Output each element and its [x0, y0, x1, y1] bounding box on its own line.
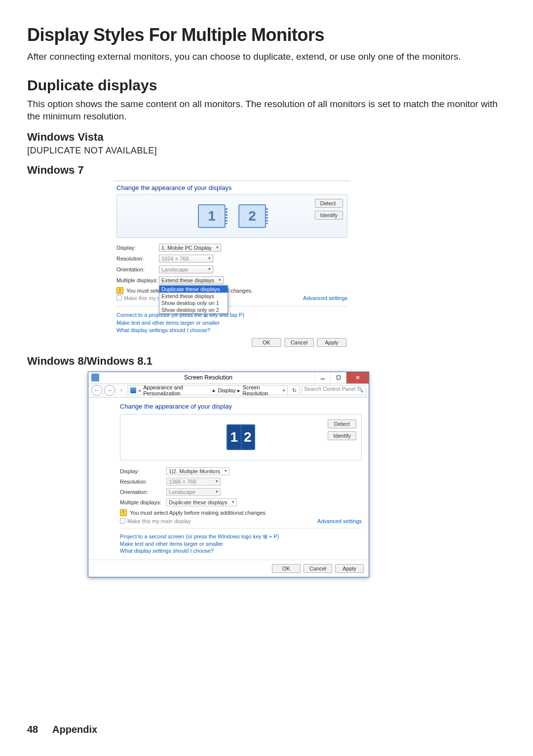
win7-monitor-1[interactable]: 1 [198, 204, 226, 228]
multiple-displays-select[interactable]: Extend these displays [159, 276, 224, 284]
make-main-checkbox[interactable] [116, 295, 122, 301]
search-input[interactable]: Search Control Panel [302, 385, 366, 395]
win7-monitor-2[interactable]: 2 [238, 204, 266, 228]
orientation-select[interactable]: Landscape [159, 265, 213, 273]
help-link[interactable]: What display settings should I choose? [116, 327, 347, 333]
identify-button[interactable]: Identify [315, 211, 343, 220]
apply-button[interactable]: Apply [335, 564, 364, 573]
close-button[interactable] [346, 372, 369, 383]
apply-warning-text: You must select Apply before making addi… [130, 510, 267, 516]
heading-win7: Windows 7 [27, 164, 506, 177]
warning-icon: ! [120, 509, 127, 516]
vista-note: [DUPLICATE NOT AVAILABLE] [27, 146, 506, 156]
win7-panel-title: Change the appearance of your displays [116, 184, 347, 191]
refresh-button[interactable]: ↻ [290, 385, 300, 395]
breadcrumb[interactable]: « Appearance and Personalization ▸ Displ… [128, 385, 288, 395]
display-label: Display: [116, 245, 159, 251]
maximize-button[interactable] [330, 372, 346, 383]
detect-button[interactable]: Detect [328, 419, 356, 428]
page-number: 48 [27, 724, 38, 735]
back-button[interactable]: ← [91, 385, 102, 396]
projector-link[interactable]: Connect to a projector (or press the ⊞ k… [116, 312, 347, 318]
identify-button[interactable]: Identify [328, 431, 356, 440]
advanced-settings-link[interactable]: Advanced settings [317, 518, 362, 524]
orientation-label: Orientation: [116, 266, 159, 272]
heading-vista: Windows Vista [27, 131, 506, 144]
display-icon [130, 387, 136, 393]
intro-text: After connecting external monitors, you … [27, 50, 506, 63]
page-footer: 48 Appendix [27, 724, 97, 735]
display-select[interactable]: 1|2. Multiple Monitors [166, 467, 229, 475]
section-duplicate: Duplicate displays [27, 77, 506, 94]
resolution-select[interactable]: 1024 × 768 [159, 255, 213, 263]
multiple-displays-select[interactable]: Duplicate these displays [166, 498, 237, 506]
multiple-displays-label: Multiple displays: [120, 499, 166, 505]
cancel-button[interactable]: Cancel [304, 564, 332, 573]
resolution-label: Resolution: [116, 256, 159, 262]
orientation-select[interactable]: Landscape [166, 488, 221, 496]
win7-screenshot: Change the appearance of your displays 1… [114, 181, 350, 347]
win7-monitor-preview: 1 2 Detect Identify [116, 194, 347, 238]
orientation-label: Orientation: [120, 489, 166, 495]
duplicate-desc: This option shows the same content on al… [27, 98, 506, 123]
scale-text-link[interactable]: Make text and other items larger or smal… [116, 320, 347, 326]
win8-panel-title: Change the appearance of your display [120, 403, 362, 410]
heading-win8: Windows 8/Windows 8.1 [27, 355, 506, 368]
app-icon [91, 374, 99, 381]
help-link[interactable]: What display settings should I choose? [120, 548, 362, 554]
dd-option-extend[interactable]: Extend these displays [159, 293, 228, 300]
forward-button[interactable]: → [104, 385, 115, 396]
window-title: Screen Resolution [102, 374, 314, 381]
page-title: Display Styles For Multiple Monitors [27, 25, 506, 45]
section-name: Appendix [52, 724, 97, 735]
dd-option-show1[interactable]: Show desktop only on 1 [159, 300, 228, 306]
make-main-checkbox[interactable] [120, 518, 125, 524]
display-select[interactable]: 1. Mobile PC Display [159, 244, 221, 252]
advanced-settings-link[interactable]: Advanced settings [303, 295, 347, 301]
multiple-displays-label: Multiple displays: [116, 277, 159, 283]
apply-button[interactable]: Apply [317, 338, 346, 347]
make-main-label: Make this my m [124, 295, 162, 301]
warning-icon: ! [116, 287, 123, 294]
display-label: Display: [120, 468, 166, 474]
win8-monitor-combined[interactable]: 12 [227, 424, 255, 450]
ok-button[interactable]: OK [252, 338, 281, 347]
detect-button[interactable]: Detect [315, 199, 343, 208]
scale-text-link[interactable]: Make text and other items larger or smal… [120, 541, 362, 547]
cancel-button[interactable]: Cancel [284, 338, 314, 347]
win8-window: Screen Resolution ← → ↑ « Appearance and… [88, 372, 369, 577]
win8-monitor-preview: 12 Detect Identify [120, 414, 362, 460]
multiple-displays-dropdown[interactable]: Duplicate these displays Extend these di… [159, 285, 228, 314]
ok-button[interactable]: OK [272, 564, 301, 573]
minimize-button[interactable] [314, 372, 330, 383]
up-button[interactable]: ↑ [117, 386, 126, 395]
titlebar: Screen Resolution [88, 372, 369, 384]
dd-option-duplicate[interactable]: Duplicate these displays [159, 286, 228, 293]
make-main-label: Make this my main display [127, 518, 191, 524]
project-link[interactable]: Project to a second screen (or press the… [120, 533, 362, 540]
svg-rect-1 [337, 376, 340, 379]
resolution-select[interactable]: 1366 × 768 [166, 478, 221, 486]
dd-option-show2[interactable]: Show desktop only on 2 [159, 306, 228, 313]
resolution-label: Resolution: [120, 479, 166, 485]
